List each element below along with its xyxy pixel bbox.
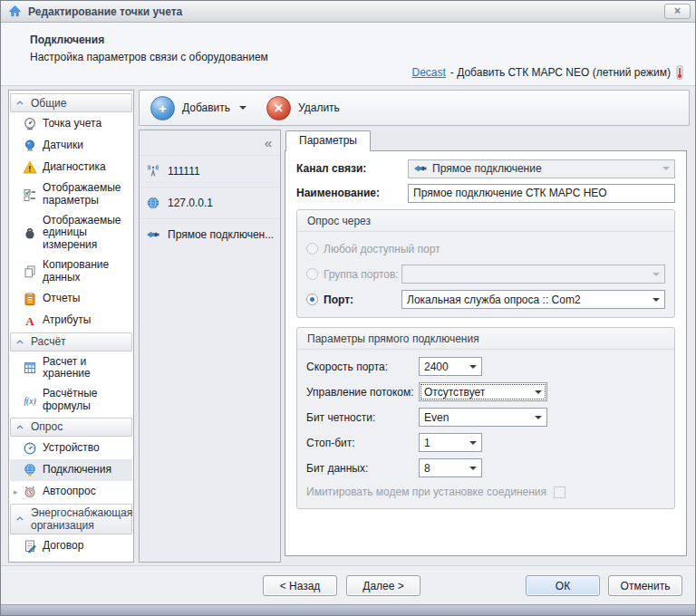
reports-icon — [23, 292, 37, 306]
port-group-radio — [306, 268, 318, 280]
contract-icon — [23, 539, 37, 553]
collapse-panel-button[interactable]: « — [265, 136, 272, 149]
sidebar-item-calc-storage[interactable]: Расчет и хранение — [10, 352, 132, 385]
port-radio[interactable] — [306, 294, 318, 305]
delete-cross-icon: ✕ — [266, 96, 291, 120]
device-line: Decast - Добавить СТК МАРС NEO (летний р… — [411, 65, 684, 80]
sidebar-item-contract[interactable]: Договор — [10, 535, 132, 557]
sidebar-item-displayed-params[interactable]: Отображаемые параметры — [10, 178, 132, 211]
port-label: Порт: — [324, 294, 401, 306]
dropdown-arrow-icon — [469, 441, 477, 445]
flow-control-label: Управление потоком: — [306, 386, 419, 399]
dialog-footer: < Назад Далее > ОК Отменить — [1, 565, 695, 604]
flow-control-combo[interactable]: Отсутствует — [419, 382, 547, 401]
content-row: « 111111 127.0.0.1 Прямое подключен... — [139, 130, 690, 563]
page-title: Подключения — [30, 34, 104, 46]
simulate-modem-label: Имитировать модем при установке соединен… — [306, 486, 546, 498]
svg-text:A: A — [25, 314, 34, 328]
sidebar-item-units[interactable]: Отображаемые единицы измерения — [10, 211, 132, 255]
sidebar-item-formulas[interactable]: f(x) Расчётные формулы — [10, 384, 132, 417]
expand-arrow-icon[interactable]: ▸ — [12, 487, 23, 496]
sidebar-item-heat-loss[interactable]: Теплопотери — [10, 557, 132, 563]
name-input[interactable] — [408, 184, 675, 203]
sidebar-group-calculation[interactable]: Расчёт — [10, 332, 132, 351]
sidebar-group-label: Энергоснабжающая организация — [31, 506, 132, 532]
close-button[interactable]: × — [664, 4, 691, 19]
sidebar-group-polling[interactable]: Опрос — [10, 418, 132, 437]
main-area: + Добавить ✕ Удалить « 11111 — [139, 90, 690, 563]
dropdown-arrow-icon — [469, 467, 477, 470]
cable-icon — [413, 161, 428, 176]
attributes-icon: A — [23, 313, 37, 328]
heat-loss-flame-icon — [23, 561, 37, 563]
stop-bit-combo[interactable]: 1 — [419, 433, 482, 452]
simulate-modem-checkbox — [554, 486, 566, 498]
add-button[interactable]: + Добавить — [147, 94, 250, 122]
sidebar-item-autopoll[interactable]: ▸ Автоопрос — [10, 481, 132, 503]
channel-label: Канал связи: — [296, 162, 408, 175]
connections-globe-icon — [23, 463, 37, 477]
dropdown-arrow-icon — [469, 365, 477, 369]
chevron-up-icon — [16, 101, 24, 105]
device-description: - Добавить СТК МАРС NEO (летний режим) — [450, 66, 671, 79]
dropdown-arrow-icon — [535, 416, 542, 419]
sidebar-item-sensors[interactable]: Датчики — [10, 135, 132, 157]
sidebar-item-connections[interactable]: Подключения — [10, 459, 132, 481]
add-plus-icon: + — [150, 96, 175, 120]
device-link[interactable]: Decast — [411, 66, 445, 79]
any-port-label: Любой доступный порт — [324, 243, 440, 255]
chevron-up-icon — [16, 340, 24, 344]
connection-item-ip[interactable]: 127.0.0.1 — [140, 187, 280, 218]
metering-point-icon — [23, 117, 37, 131]
direct-connection-title: Параметры прямого подключения — [297, 328, 674, 350]
port-group-combo — [401, 265, 665, 284]
stop-bit-label: Стоп-бит: — [306, 437, 419, 449]
sidebar-group-energy-org[interactable]: Энергоснабжающая организация — [10, 504, 132, 534]
channel-combo: Прямое подключение — [408, 159, 675, 178]
poll-through-title: Опрос через — [297, 210, 674, 232]
sidebar-group-label: Общие — [31, 97, 66, 110]
sidebar-item-attributes[interactable]: A Атрибуты — [10, 310, 132, 332]
sidebar-item-copy-data[interactable]: Копирование данных — [10, 255, 132, 288]
any-port-radio — [306, 243, 318, 255]
sidebar-item-diagnostics[interactable]: Диагностика — [10, 157, 132, 178]
edit-metering-point-dialog: Редактирование точки учета × Подключения… — [0, 0, 696, 616]
connection-list-panel: « 111111 127.0.0.1 Прямое подключен... — [139, 130, 281, 563]
sidebar-nav: Общие Точка учета Датчики Диагностика О — [8, 90, 134, 563]
copy-data-icon — [23, 265, 37, 279]
globe-icon — [146, 196, 160, 210]
toolbar: + Добавить ✕ Удалить — [139, 90, 690, 126]
data-bits-label: Бит данных: — [306, 462, 419, 475]
units-icon — [23, 226, 37, 240]
back-button[interactable]: < Назад — [263, 575, 337, 596]
port-group-label: Группа портов: — [324, 268, 401, 281]
sidebar-group-general[interactable]: Общие — [10, 93, 132, 112]
name-label: Наименование: — [296, 187, 408, 199]
dropdown-arrow-icon — [652, 298, 660, 302]
connection-item-direct[interactable]: Прямое подключен... — [140, 218, 280, 250]
connection-item-gsm[interactable]: 111111 — [140, 155, 280, 187]
dropdown-arrow-icon — [662, 167, 670, 170]
ok-button[interactable]: ОК — [526, 575, 600, 596]
sidebar-group-label: Опрос — [31, 420, 63, 433]
dropdown-arrow-icon — [535, 390, 542, 394]
delete-button[interactable]: ✕ Удалить — [263, 94, 343, 122]
parameters-panel: Канал связи: Прямое подключение Наименов… — [285, 150, 687, 556]
tab-parameters[interactable]: Параметры — [285, 130, 371, 151]
device-gauge-icon — [23, 441, 37, 456]
calc-storage-icon — [23, 361, 37, 375]
data-bits-combo[interactable]: 8 — [419, 458, 482, 477]
sidebar-item-metering-point[interactable]: Точка учета — [10, 113, 132, 135]
port-combo[interactable]: Локальная служба опроса :: Com2 — [401, 290, 665, 309]
parity-bit-combo[interactable]: Even — [419, 408, 547, 427]
port-speed-combo[interactable]: 2400 — [419, 357, 482, 376]
antenna-icon — [146, 164, 160, 178]
dropdown-arrow-icon — [652, 273, 660, 276]
sidebar-item-device[interactable]: Устройство — [10, 438, 132, 459]
dialog-body: Общие Точка учета Датчики Диагностика О — [1, 86, 695, 565]
sidebar-group-label: Расчёт — [31, 335, 66, 348]
cancel-button[interactable]: Отменить — [608, 575, 682, 596]
next-button[interactable]: Далее > — [346, 575, 420, 596]
page-subtitle: Настройка параметров связи с оборудовани… — [30, 51, 268, 63]
sidebar-item-reports[interactable]: Отчеты — [10, 288, 132, 310]
